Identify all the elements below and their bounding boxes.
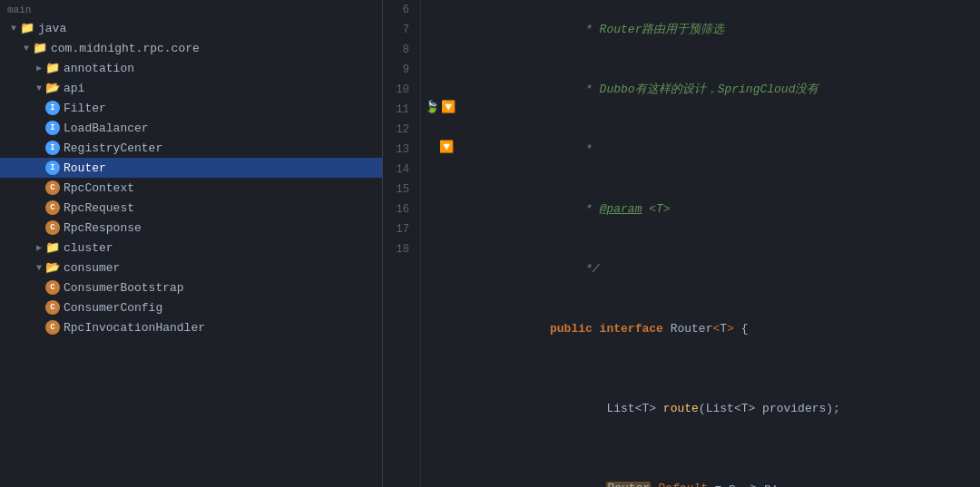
class-badge: C — [45, 200, 60, 215]
class-badge: C — [45, 320, 60, 335]
sidebar-item-annotation[interactable]: ▶ 📁 annotation — [0, 58, 382, 78]
line-num-11: 11 — [390, 100, 409, 120]
code-line-11: public interface Router<T> { — [479, 299, 980, 359]
file-tree-panel: main ▼ 📁 java ▼ 📁 com.midnight.rpc.core … — [0, 0, 383, 487]
code-line-7: * Dubbo有这样的设计，SpringCloud没有 — [479, 60, 980, 120]
generic-bracket: > — [727, 322, 734, 336]
arrow-icon: ▼ — [20, 44, 33, 54]
code-line-6: * Router路由用于预筛选 — [479, 0, 980, 60]
paren-close: ); — [826, 402, 840, 415]
run-icon: 🍃 — [425, 100, 439, 114]
sidebar-item-api[interactable]: ▼ 📂 api — [0, 78, 382, 98]
field-type — [550, 482, 606, 487]
line-num-12: 12 — [390, 120, 409, 140]
interface-badge: I — [45, 121, 60, 135]
code-editor[interactable]: 6 7 8 9 🔒 10 11 12 13 14 15 16 17 18 🍃 🔽 — [383, 0, 980, 487]
arrow-icon: ▼ — [33, 83, 45, 93]
list-type: List<T> — [550, 402, 663, 415]
sidebar-item-rpcinvocationhandler[interactable]: C RpcInvocationHandler — [0, 317, 382, 337]
line-num-7: 7 — [390, 20, 409, 40]
arrow-icon: ▶ — [33, 242, 45, 253]
code-area: 6 7 8 9 🔒 10 11 12 13 14 15 16 17 18 🍃 🔽 — [383, 0, 980, 487]
gutter-icons-line13: 🔽 — [439, 140, 454, 154]
line-num-16: 16 — [390, 200, 409, 219]
line-num-15: 15 — [390, 180, 409, 200]
code-line-9: * @param <T> — [479, 180, 980, 239]
arrow: -> — [736, 482, 764, 487]
line-num-17: 17 — [390, 219, 409, 239]
class-badge: C — [45, 180, 60, 195]
comment-text: * Dubbo有这样的设计，SpringCloud没有 — [550, 83, 818, 96]
sidebar-item-consumerbootstrap[interactable]: C ConsumerBootstrap — [0, 278, 382, 297]
folder-open-icon: 📂 — [45, 260, 60, 275]
sidebar-item-consumer[interactable]: ▼ 📂 consumer — [0, 258, 382, 278]
comment-text: * Router路由用于预筛选 — [550, 23, 724, 36]
code-line-15: Router Default = p -> p; — [479, 459, 980, 487]
folder-icon: 📁 — [20, 21, 34, 35]
code-line-14 — [479, 439, 980, 459]
default-keyword: Default — [658, 482, 708, 487]
arrow-icon: ▶ — [33, 63, 45, 73]
brace-open: { — [734, 322, 749, 336]
line-num-6: 6 — [390, 0, 409, 20]
router-highlight: Router — [606, 482, 651, 487]
line-num-9: 9 — [390, 60, 409, 80]
gutter-icons-line11: 🍃 🔽 — [425, 100, 456, 114]
sidebar-item-rpccontext[interactable]: C RpcContext — [0, 178, 382, 198]
class-badge: C — [45, 220, 60, 235]
class-badge: C — [45, 280, 60, 295]
sidebar-item-java[interactable]: ▼ 📁 java — [0, 18, 382, 38]
implement-icon: 🔽 — [441, 100, 456, 114]
override-icon: 🔽 — [439, 140, 454, 154]
method-name: route — [663, 402, 699, 415]
keyword-public: public interface — [550, 322, 671, 336]
interface-badge: I — [45, 161, 60, 175]
sidebar-item-filter[interactable]: I Filter — [0, 98, 382, 118]
code-line-13: List<T> route(List<T> providers); — [479, 379, 980, 439]
interface-badge: I — [45, 141, 60, 155]
line-numbers: 6 7 8 9 🔒 10 11 12 13 14 15 16 17 18 — [383, 0, 421, 487]
sidebar-item-consumerconfig[interactable]: C ConsumerConfig — [0, 297, 382, 317]
sidebar-item-rpcrequest[interactable]: C RpcRequest — [0, 198, 382, 218]
comment-text: <T> — [642, 202, 670, 216]
sidebar-item-cluster[interactable]: ▶ 📁 cluster — [0, 238, 382, 258]
line-num-8: 8 — [390, 40, 409, 60]
param-type: List<T> providers — [706, 402, 827, 415]
class-badge: C — [45, 300, 60, 315]
code-content: * Router路由用于预筛选 * Dubbo有这样的设计，SpringClou… — [468, 0, 980, 487]
arrow-icon: ▼ — [33, 263, 45, 273]
comment-text: * — [550, 202, 600, 216]
line-num-10: 🔒 10 — [390, 80, 409, 100]
bookmark-icon: 🔒 — [383, 82, 385, 102]
line-num-18: 18 — [390, 239, 409, 259]
type-param: T — [720, 322, 727, 336]
sidebar-item-package[interactable]: ▼ 📁 com.midnight.rpc.core — [0, 38, 382, 58]
javadoc-tag: @param — [600, 202, 642, 216]
folder-icon: 📁 — [45, 61, 60, 75]
folder-icon: 📁 — [33, 41, 47, 55]
line-num-14: 14 — [390, 160, 409, 180]
sidebar-item-router[interactable]: I Router — [0, 158, 382, 178]
code-line-12 — [479, 359, 980, 379]
line-num-13: 13 — [390, 140, 409, 160]
folder-icon: 📁 — [45, 240, 60, 255]
sidebar-item-registrycenter[interactable]: I RegistryCenter — [0, 138, 382, 158]
interface-name: Router — [671, 322, 713, 336]
sidebar-item-loadbalancer[interactable]: I LoadBalancer — [0, 118, 382, 138]
paren: ( — [699, 402, 706, 415]
comment-text: * — [550, 142, 593, 156]
code-line-8: * — [479, 120, 980, 180]
interface-badge: I — [45, 101, 60, 115]
sidebar-header-main: main — [0, 2, 382, 18]
comment-text: */ — [550, 262, 600, 276]
arrow-icon: ▼ — [7, 24, 20, 34]
folder-open-icon: 📂 — [45, 81, 60, 95]
sidebar-item-rpcresponse[interactable]: C RpcResponse — [0, 218, 382, 238]
code-line-10: */ — [479, 239, 980, 299]
